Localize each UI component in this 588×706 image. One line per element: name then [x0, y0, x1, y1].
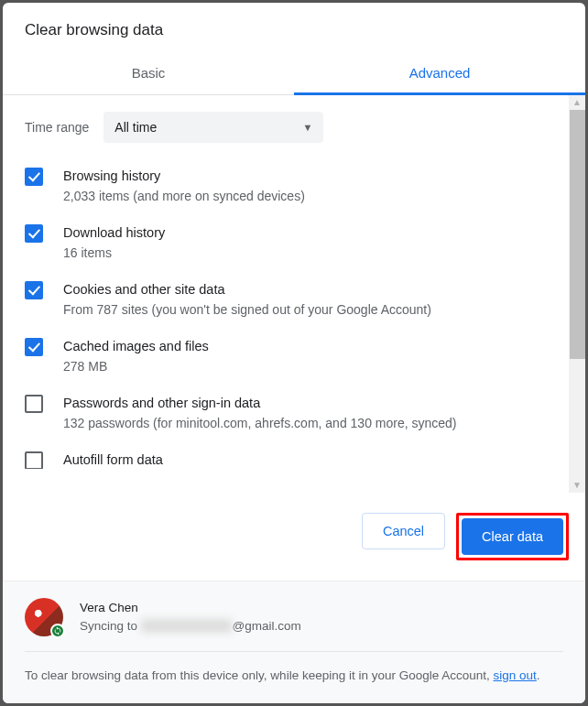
tabs: Basic Advanced	[3, 52, 585, 95]
item-title: Autofill form data	[63, 450, 554, 469]
item-sub: 16 items	[63, 243, 554, 263]
list-item: Download history 16 items	[25, 214, 554, 271]
sync-text: Vera Chen Syncing to ██████████@gmail.co…	[80, 599, 301, 635]
avatar	[25, 598, 63, 636]
checkbox-passwords[interactable]	[25, 395, 43, 413]
checkbox-autofill[interactable]	[25, 451, 43, 469]
checkbox-cached[interactable]	[25, 338, 43, 356]
clear-data-button[interactable]: Clear data	[462, 518, 563, 555]
item-sub: 2,033 items (and more on synced devices)	[63, 186, 554, 206]
cancel-button[interactable]: Cancel	[362, 513, 445, 549]
list-item: Cached images and files 278 MB	[25, 328, 554, 385]
time-range-label: Time range	[25, 120, 89, 135]
item-title: Passwords and other sign-in data	[63, 393, 554, 413]
footer-note: To clear browsing data from this device …	[25, 667, 563, 685]
email-redacted: ██████████	[141, 619, 233, 633]
tab-advanced[interactable]: Advanced	[294, 52, 585, 95]
list-item: Browsing history 2,033 items (and more o…	[25, 157, 554, 214]
sync-email-line: Syncing to ██████████@gmail.com	[80, 617, 301, 635]
scroll-content: Time range All time ▼ Browsing history 2…	[3, 95, 569, 493]
clear-browsing-data-dialog: Clear browsing data Basic Advanced Time …	[3, 3, 585, 703]
chevron-down-icon: ▼	[302, 122, 312, 133]
sync-info-row: Vera Chen Syncing to ██████████@gmail.co…	[25, 598, 563, 651]
tab-basic[interactable]: Basic	[3, 52, 294, 94]
sync-badge-icon	[50, 624, 65, 638]
divider	[25, 651, 563, 652]
item-title: Browsing history	[63, 166, 554, 186]
item-title: Download history	[63, 223, 554, 243]
item-sub: 132 passwords (for minitool.com, ahrefs.…	[63, 413, 554, 433]
time-range-row: Time range All time ▼	[3, 95, 561, 148]
checkbox-list: Browsing history 2,033 items (and more o…	[3, 148, 561, 469]
list-item: Cookies and other site data From 787 sit…	[25, 271, 554, 328]
scrollbar[interactable]: ▲ ▼	[569, 95, 585, 493]
user-name: Vera Chen	[80, 599, 301, 617]
time-range-value: All time	[114, 120, 157, 135]
time-range-select[interactable]: All time ▼	[103, 112, 323, 143]
item-sub: From 787 sites (you won't be signed out …	[63, 299, 554, 320]
dialog-title: Clear browsing data	[3, 3, 585, 52]
highlight-annotation: Clear data	[456, 513, 569, 560]
scroll-up-icon[interactable]: ▲	[572, 95, 582, 110]
dialog-footer: Vera Chen Syncing to ██████████@gmail.co…	[3, 581, 585, 703]
content-area: Time range All time ▼ Browsing history 2…	[3, 95, 585, 493]
checkbox-download-history[interactable]	[25, 224, 43, 243]
sign-out-link[interactable]: sign out	[494, 668, 537, 682]
list-item: Autofill form data	[25, 441, 554, 469]
checkbox-cookies[interactable]	[25, 281, 43, 299]
checkbox-browsing-history[interactable]	[25, 168, 43, 186]
dialog-actions: Cancel Clear data	[3, 493, 585, 581]
scrollbar-thumb[interactable]	[570, 110, 585, 359]
item-title: Cached images and files	[63, 336, 554, 356]
list-item: Passwords and other sign-in data 132 pas…	[25, 385, 554, 441]
item-title: Cookies and other site data	[63, 279, 554, 299]
scroll-down-icon[interactable]: ▼	[572, 478, 582, 493]
item-sub: 278 MB	[63, 356, 554, 376]
